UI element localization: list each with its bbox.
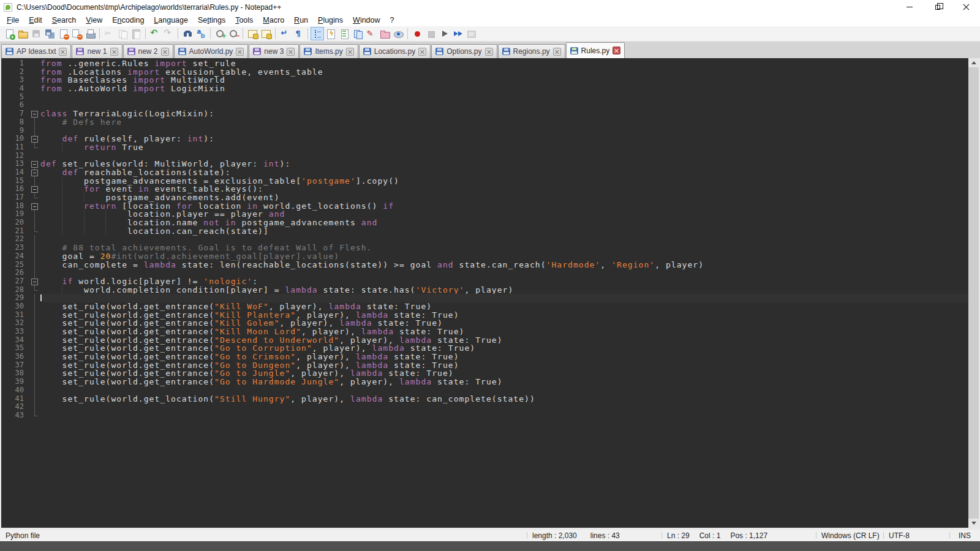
sync-horizontal-scrolling-button[interactable] — [259, 27, 273, 40]
code-line[interactable]: 2from .Locations import exclusion_table,… — [1, 68, 968, 77]
code-line[interactable]: 8 # Defs here — [1, 118, 968, 127]
menu-settings[interactable]: Settings — [193, 15, 230, 25]
file-monitoring-button[interactable] — [364, 27, 378, 40]
code-line[interactable]: 20 location.name not in postgame_advance… — [1, 219, 968, 227]
tab-rules-py[interactable]: Rules.py — [566, 42, 625, 58]
document-map-button[interactable] — [337, 27, 351, 40]
close-all-button[interactable] — [70, 27, 83, 40]
menu-file[interactable]: File — [2, 15, 24, 25]
code-line[interactable]: 3from BaseClasses import MultiWorld — [1, 76, 968, 84]
code-line[interactable]: 39 set_rule(world.get_entrance("Go to Ha… — [1, 378, 968, 386]
code-line[interactable]: 15 postgame_advancements = exclusion_tab… — [1, 177, 968, 186]
word-wrap-button[interactable] — [278, 27, 292, 40]
code-line[interactable]: 26 — [1, 269, 968, 277]
status-eol-format[interactable]: Windows (CR LF) — [816, 530, 883, 541]
vertical-scrollbar[interactable] — [968, 58, 979, 528]
redo-button[interactable] — [162, 27, 175, 40]
code-line[interactable]: 21 location.can_reach(state)] — [1, 227, 968, 236]
document-list-button[interactable] — [351, 27, 364, 40]
replace-button[interactable] — [194, 27, 208, 40]
menu-language[interactable]: Language — [149, 15, 193, 25]
tab-options-py[interactable]: Options.py — [431, 44, 497, 58]
close-button[interactable] — [952, 0, 980, 14]
code-line[interactable]: 36 set_rule(world.get_entrance("Go to Cr… — [1, 353, 968, 361]
fold-collapse-icon[interactable] — [29, 202, 40, 211]
code-line[interactable]: 17 postgame_advancements.add(event) — [1, 193, 968, 202]
fold-collapse-icon[interactable] — [29, 168, 40, 177]
zoom-out-button[interactable] — [227, 27, 240, 40]
tab-close-button[interactable] — [110, 48, 118, 56]
tab-new-3[interactable]: new 3 — [249, 44, 299, 58]
macro-run-multiple-button[interactable] — [451, 27, 464, 40]
menu-plugins[interactable]: Plugins — [313, 15, 348, 25]
fold-collapse-icon[interactable] — [29, 110, 40, 118]
tab-autoworld-py[interactable]: AutoWorld.py — [174, 44, 249, 58]
code-line[interactable]: 6 — [1, 101, 968, 110]
code-line[interactable]: 14 def reachable_locations(state): — [1, 168, 968, 177]
tab-locations-py[interactable]: Locations.py — [359, 44, 431, 58]
fold-collapse-icon[interactable] — [29, 160, 40, 168]
tab-close-button[interactable] — [485, 48, 493, 56]
code-line[interactable]: 31 set_rule(world.get_entrance("Kill Pla… — [1, 311, 968, 320]
tab-close-button[interactable] — [236, 48, 244, 56]
code-line[interactable]: 24 goal = 20#int(world.achievement_goal[… — [1, 252, 968, 261]
code-line[interactable]: 19 location.player == player and — [1, 210, 968, 219]
new-file-button[interactable] — [2, 27, 16, 40]
menu-tools[interactable]: Tools — [230, 15, 258, 25]
open-file-button[interactable] — [16, 27, 29, 40]
code-line[interactable]: 30 set_rule(world.get_entrance("Kill WoF… — [1, 302, 968, 311]
code-line[interactable]: 40 — [1, 386, 968, 395]
code-line[interactable]: 33 set_rule(world.get_entrance("Kill Moo… — [1, 328, 968, 336]
fold-collapse-icon[interactable] — [29, 135, 40, 143]
code-line[interactable]: 37 set_rule(world.get_entrance("Go to Du… — [1, 361, 968, 370]
restore-button[interactable] — [924, 0, 952, 14]
cut-button[interactable] — [102, 27, 116, 40]
tab-ap-ideas-txt[interactable]: AP Ideas.txt — [1, 44, 71, 58]
tab-close-button[interactable] — [161, 48, 169, 56]
scrollbar-thumb[interactable] — [968, 67, 979, 519]
tab-items-py[interactable]: Items.py — [300, 44, 358, 58]
fold-collapse-icon[interactable] — [29, 185, 40, 193]
menu-edit[interactable]: Edit — [24, 15, 47, 25]
paste-button[interactable] — [129, 27, 143, 40]
tab-close-button[interactable] — [59, 48, 67, 56]
code-line[interactable]: 42 — [1, 403, 968, 411]
copy-button[interactable] — [116, 27, 129, 40]
code-line[interactable]: 22 — [1, 235, 968, 244]
tab-close-button[interactable] — [418, 48, 426, 56]
code-line[interactable]: 43 — [1, 411, 968, 420]
code-line[interactable]: 7class TerrariaLogic(LogicMixin): — [1, 110, 968, 118]
function-list-button[interactable] — [324, 27, 337, 40]
code-line[interactable]: 28 world.completion_condition[player] = … — [1, 286, 968, 294]
undo-button[interactable] — [148, 27, 162, 40]
code-line[interactable]: 34 set_rule(world.get_entrance("Descend … — [1, 336, 968, 345]
fold-collapse-icon[interactable] — [29, 277, 40, 286]
menu-run[interactable]: Run — [289, 15, 313, 25]
macro-record-button[interactable] — [410, 27, 424, 40]
show-indent-guide-button[interactable] — [311, 27, 324, 40]
status-insert-mode[interactable]: INS — [949, 530, 980, 541]
code-line[interactable]: 41 set_rule(world.get_location("Still Hu… — [1, 395, 968, 403]
tab-new-1[interactable]: new 1 — [72, 44, 122, 58]
code-line[interactable]: 12 — [1, 152, 968, 160]
macro-playback-button[interactable] — [437, 27, 451, 40]
menu-help[interactable]: ? — [385, 15, 399, 25]
show-all-characters-button[interactable] — [292, 27, 305, 40]
view-current-file-in-button[interactable] — [391, 27, 405, 40]
macro-stop-button[interactable] — [424, 27, 437, 40]
save-all-button[interactable] — [43, 27, 56, 40]
code-line[interactable]: 25 can_complete = lambda state: len(reac… — [1, 261, 968, 269]
code-line[interactable]: 18 return [location for location in worl… — [1, 202, 968, 211]
code-line[interactable]: 27 if world.logic[player] != 'nologic': — [1, 277, 968, 286]
code-line[interactable]: 32 set_rule(world.get_entrance("Kill Gol… — [1, 319, 968, 328]
folder-as-workspace-button[interactable] — [378, 27, 391, 40]
scroll-up-arrow[interactable] — [968, 58, 979, 67]
find-button[interactable] — [181, 27, 194, 40]
code-line[interactable]: 4from ..AutoWorld import LogicMixin — [1, 84, 968, 93]
tab-close-button[interactable] — [287, 48, 295, 56]
close-file-button[interactable] — [56, 27, 70, 40]
code-line[interactable]: 9 — [1, 127, 968, 135]
save-file-button[interactable] — [29, 27, 43, 40]
code-line[interactable]: 5 — [1, 93, 968, 102]
code-lines[interactable]: 1from ..generic.Rules import set_rule2fr… — [1, 58, 968, 528]
